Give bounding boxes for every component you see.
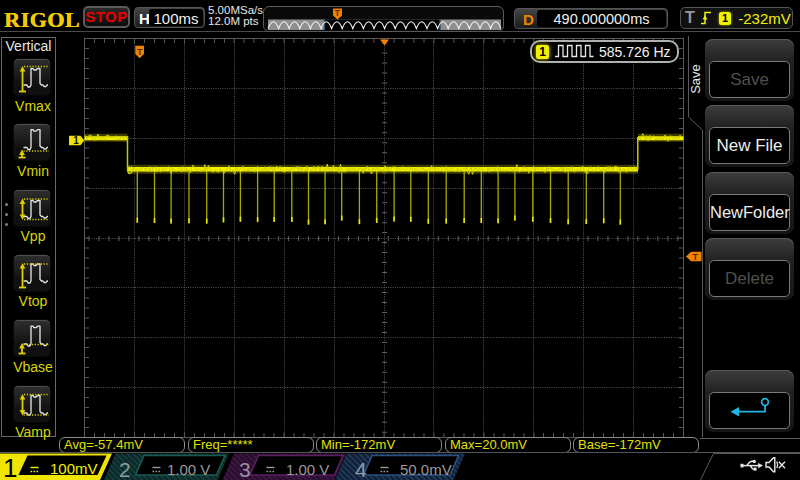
svg-text:T: T [693, 252, 699, 262]
svg-text:T: T [137, 47, 143, 57]
svg-text:1: 1 [73, 135, 79, 146]
